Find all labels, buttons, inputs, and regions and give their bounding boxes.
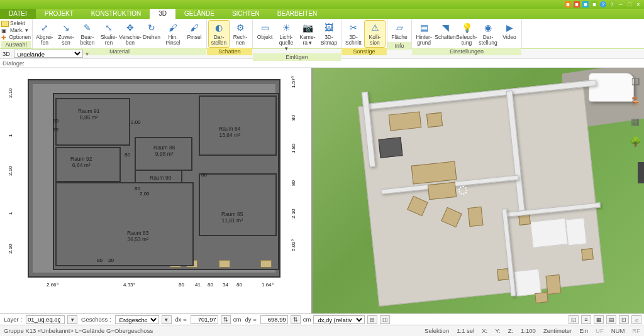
tab-bearbeiten[interactable]: BEARBEITEN bbox=[269, 9, 326, 19]
verschieben-button[interactable]: ✥Verschie-ben bbox=[119, 20, 141, 48]
maximize-icon[interactable]: □ bbox=[626, 1, 633, 8]
view-3d[interactable]: ❏🪑▦🌳 bbox=[313, 68, 644, 313]
ctrl-icon-2[interactable]: ◫ bbox=[380, 315, 390, 324]
drehen-button[interactable]: ↻Drehen bbox=[141, 20, 162, 42]
beleuchtung-button[interactable]: 💡Beleuch-tung bbox=[456, 20, 477, 48]
view-icon-2[interactable]: ≡ bbox=[581, 315, 591, 324]
schnitt3d-button[interactable]: ✂3D-Schnitt bbox=[343, 20, 364, 48]
dy-input[interactable] bbox=[260, 315, 288, 324]
objekt-button[interactable]: ▭Objekt bbox=[254, 20, 275, 42]
rechnen-icon: ⚙ bbox=[235, 22, 246, 33]
dx-stepper[interactable]: ⇅ bbox=[221, 315, 231, 324]
plant-icon[interactable]: 🌳 bbox=[629, 136, 641, 148]
bearbeiten-button[interactable]: ✎Bear-beiten bbox=[77, 20, 98, 48]
side-panel-handle[interactable] bbox=[638, 162, 644, 183]
status-ratio: 1:1 sel bbox=[457, 327, 474, 334]
flaeche-icon: ▱ bbox=[394, 22, 405, 33]
tab-projekt[interactable]: PROJEKT bbox=[36, 9, 82, 19]
room-label: Raum 869,98 m² bbox=[153, 144, 175, 157]
tab-datei[interactable]: DATEI bbox=[0, 9, 36, 19]
optionen-button[interactable]: ✚Optionen bbox=[1, 34, 31, 41]
dim-inner: 2,00 bbox=[140, 191, 150, 197]
layer-input[interactable] bbox=[26, 315, 65, 324]
dim-inner: 80 bbox=[97, 257, 103, 263]
coord-mode-select[interactable]: dx,dy (relativ ka bbox=[313, 315, 365, 324]
rechnen-button[interactable]: ⚙Rech-nen bbox=[230, 20, 251, 48]
room-label: Raum 8413,64 m² bbox=[219, 126, 241, 138]
geschoss-dropdown-icon[interactable]: ▾ bbox=[162, 315, 172, 324]
kamera-button[interactable]: 📷Kame-ra ▾ bbox=[297, 20, 318, 48]
layer-dropdown-icon[interactable]: ▾ bbox=[67, 315, 77, 324]
layer-label: Layer : bbox=[3, 316, 23, 323]
furn-icon[interactable]: 🪑 bbox=[629, 95, 641, 108]
dim-h: 2.66⁵ bbox=[47, 282, 58, 288]
tab-3d[interactable]: 3D bbox=[150, 9, 175, 19]
room-raum83[interactable] bbox=[57, 183, 192, 265]
bitmap3d-button[interactable]: 🖼3D-Bitmap bbox=[318, 20, 340, 48]
dim-v-right: 80 bbox=[291, 180, 296, 186]
dim-v-left: 1 bbox=[8, 134, 13, 137]
zuweisen-button[interactable]: ↘Zuwei-sen bbox=[55, 20, 77, 48]
floor-plan[interactable]: Raum 918,85 m²Raum 926,64 m²Raum 869,98 … bbox=[28, 79, 280, 278]
subbar-dropdown[interactable]: Urgelände bbox=[14, 50, 83, 58]
view-icon-1[interactable]: ◱ bbox=[569, 315, 579, 324]
hinpinsel-button[interactable]: 🖌Hin.Pinsel bbox=[162, 20, 184, 48]
view-2d[interactable]: Raum 918,85 m²Raum 926,64 m²Raum 869,98 … bbox=[0, 68, 313, 313]
geschoss-label: Geschoss : bbox=[80, 316, 113, 323]
dim-v-right: 1.57⁵ bbox=[291, 76, 296, 88]
menu-tabs: DATEIPROJEKTKONSTRUKTION3DGELÄNDESICHTEN… bbox=[0, 9, 644, 19]
group-label-einstellungen: Einstellungen bbox=[412, 48, 521, 55]
flaeche-button[interactable]: ▱Fläche bbox=[389, 20, 410, 42]
kamera-icon: 📷 bbox=[302, 22, 313, 33]
tab-sichten[interactable]: SICHTEN bbox=[223, 9, 269, 19]
view-icon-5[interactable]: ⊡ bbox=[619, 315, 629, 324]
dy-stepper[interactable]: ⇅ bbox=[291, 315, 301, 324]
sys-icon-3[interactable]: ■ bbox=[582, 1, 589, 8]
selekt-button[interactable]: Selekt bbox=[1, 20, 31, 27]
ribbon: Selekt ▣Mark. ▾ ✚Optionen Auswahl ⤢Abgre… bbox=[0, 19, 644, 49]
tab-gelände[interactable]: GELÄNDE bbox=[175, 9, 223, 19]
help-icon[interactable]: ? bbox=[600, 1, 606, 8]
tab-konstruktion[interactable]: KONSTRUKTION bbox=[82, 9, 150, 19]
room-raum85[interactable] bbox=[200, 175, 275, 235]
dim-h: 1.64⁵ bbox=[262, 282, 274, 288]
pinsel-button[interactable]: 🖌Pinsel bbox=[184, 20, 205, 42]
group-label-schatten: Schatten bbox=[207, 48, 252, 55]
help2-icon[interactable]: ? bbox=[609, 1, 615, 8]
darstellung-button[interactable]: ◉Dar-stellung bbox=[477, 20, 499, 48]
house-3d bbox=[349, 75, 613, 308]
view-icon-3[interactable]: ▦ bbox=[594, 315, 604, 324]
hintergrund-button[interactable]: ▤Hinter-grund bbox=[413, 20, 435, 48]
dim-h: 80 bbox=[208, 282, 213, 288]
sys-icon-4[interactable]: ■ bbox=[591, 1, 597, 8]
minimize-icon[interactable]: – bbox=[618, 1, 624, 8]
dx-input[interactable] bbox=[191, 315, 218, 324]
side-panel: ❏🪑▦🌳 bbox=[629, 75, 641, 148]
mark-button[interactable]: ▣Mark. ▾ bbox=[1, 27, 31, 34]
skalieren-button[interactable]: ⤡Skalie-ren bbox=[98, 20, 119, 48]
abgreifen-button[interactable]: ⤢Abgrei-fen bbox=[34, 20, 55, 48]
lichtquelle-icon: ☀ bbox=[280, 22, 292, 33]
video-button[interactable]: ▶Video bbox=[499, 20, 520, 42]
view-icon-4[interactable]: ▤ bbox=[606, 315, 616, 324]
subbar-drop-icon[interactable]: ▾ bbox=[86, 50, 89, 57]
sys-icon-2[interactable]: ■ bbox=[574, 1, 580, 8]
main-viewport: Raum 918,85 m²Raum 926,64 m²Raum 869,98 … bbox=[0, 68, 644, 313]
close-icon[interactable]: × bbox=[635, 1, 641, 8]
schatten2-button[interactable]: ◥Schatten bbox=[435, 20, 456, 42]
layers-icon[interactable]: ❏ bbox=[629, 75, 641, 88]
palette-icon[interactable]: ▦ bbox=[629, 116, 641, 128]
dim-h: 80 bbox=[179, 282, 184, 288]
dim-inner: 80 bbox=[125, 152, 130, 158]
schnitt3d-icon: ✂ bbox=[348, 22, 359, 33]
lichtquelle-button[interactable]: ☀Licht-quelle ▾ bbox=[275, 20, 297, 53]
dy-unit: cm bbox=[303, 316, 311, 323]
ctrl-icon-1[interactable]: ⊞ bbox=[367, 315, 377, 324]
sys-icon-1[interactable]: ■ bbox=[565, 1, 571, 8]
geschoss-select[interactable]: Erdgeschos bbox=[115, 315, 159, 324]
darstellen-button[interactable]: ◐Dar-stellen bbox=[208, 20, 230, 48]
darstellung-icon: ◉ bbox=[482, 22, 494, 33]
view-icon-6[interactable]: ⌕ bbox=[631, 315, 641, 324]
kollision-button[interactable]: ⚠Kolli-sion bbox=[364, 20, 386, 48]
room-raum91[interactable] bbox=[57, 99, 129, 144]
